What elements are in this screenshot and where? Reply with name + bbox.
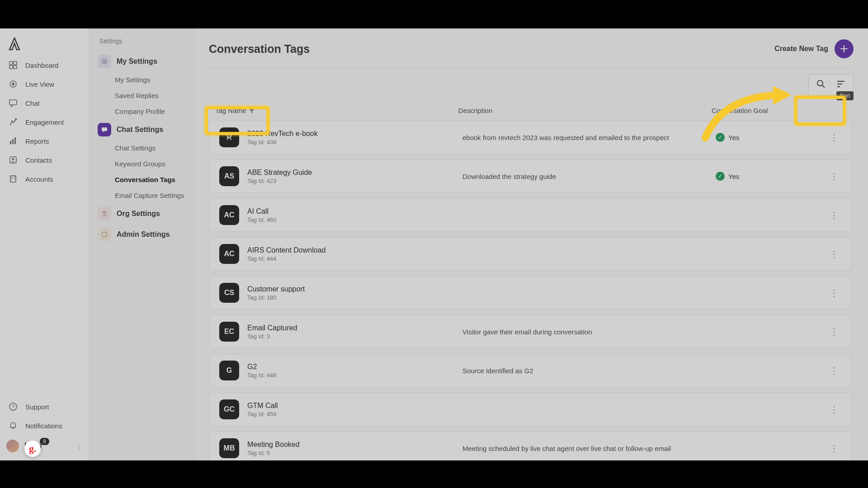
tag-badge: EC [219, 322, 239, 342]
settings-item-conversationtags[interactable]: Conversation Tags [90, 172, 194, 188]
tag-row[interactable]: ACAIRS Content DownloadTag Id: 444⋮ [209, 237, 852, 271]
tag-description: ebook from revtech 2023 was requested an… [462, 134, 716, 141]
row-more-button[interactable]: ⋮ [827, 171, 841, 182]
tag-name: Customer support [247, 285, 462, 293]
tag-row[interactable]: GCGTM CallTag Id: 459⋮ [209, 393, 852, 426]
column-headers: Tag Name Description Conversation Goal [209, 96, 854, 121]
column-goal[interactable]: Conversation Goal [712, 107, 840, 114]
help-icon: ? [8, 402, 18, 412]
tag-id: Tag Id: 3 [247, 333, 462, 340]
nav-label: Accounts [25, 175, 53, 183]
bell-icon [8, 421, 18, 431]
sort-button[interactable] [836, 79, 846, 91]
settings-group-admin[interactable]: Admin Settings [90, 224, 194, 245]
svg-rect-1 [14, 61, 17, 65]
row-more-button[interactable]: ⋮ [827, 132, 841, 143]
tag-id: Tag Id: 438 [247, 139, 462, 145]
settings-item-mysettings[interactable]: My Settings [90, 72, 194, 88]
svg-rect-0 [9, 61, 13, 65]
svg-rect-16 [14, 178, 15, 179]
building-icon [8, 174, 18, 184]
tag-row[interactable]: R2023 RevTech e-bookTag Id: 438ebook fro… [209, 121, 852, 154]
nav-label: Reports [25, 137, 49, 145]
chat-icon [8, 98, 18, 108]
settings-item-keywordgroups[interactable]: Keyword Groups [90, 156, 194, 172]
settings-item-savedreplies[interactable]: Saved Replies [90, 88, 194, 103]
svg-point-19 [12, 427, 14, 429]
row-more-button[interactable]: ⋮ [827, 249, 841, 259]
tag-row[interactable]: GG2Tag Id: 448Source Identified as G2⋮ [209, 354, 852, 387]
nav-dashboard[interactable]: Dashboard [0, 56, 89, 75]
row-more-button[interactable]: ⋮ [827, 365, 841, 376]
row-more-button[interactable]: ⋮ [827, 443, 841, 454]
settings-group-my[interactable]: My Settings [90, 51, 194, 72]
settings-heading: Settings [90, 38, 194, 51]
nav-support[interactable]: ?Support [0, 397, 89, 416]
app-logo[interactable] [7, 37, 22, 51]
row-more-button[interactable]: ⋮ [827, 404, 841, 415]
settings-item-companyprofile[interactable]: Company Profile [90, 103, 194, 119]
tag-goal: ✓Yes [716, 172, 827, 181]
row-more-button[interactable]: ⋮ [827, 210, 841, 221]
settings-group-org[interactable]: Org Settings [90, 203, 194, 224]
main-panel: Conversation Tags Create New Tag Sort Ta… [194, 28, 868, 460]
collapse-sidebar-button[interactable]: 〈 [74, 443, 80, 451]
svg-point-11 [12, 158, 14, 160]
sort-icon [836, 79, 846, 89]
avatar [6, 440, 19, 452]
tag-name: Meeting Booked [247, 441, 462, 449]
column-tagname[interactable]: Tag Name [215, 107, 458, 114]
nav-contacts[interactable]: Contacts [0, 150, 89, 169]
column-label: Tag Name [215, 107, 246, 114]
row-more-button[interactable]: ⋮ [827, 287, 841, 298]
tag-row[interactable]: CSCustomer supportTag Id: 180⋮ [209, 276, 852, 310]
tag-row[interactable]: ECEmail CapturedTag Id: 3Visitor gave th… [209, 315, 852, 348]
dashboard-icon [8, 60, 18, 70]
tag-info: GTM CallTag Id: 459 [247, 402, 462, 418]
tag-id: Tag Id: 459 [247, 411, 462, 418]
nav-chat[interactable]: Chat [0, 94, 89, 113]
nav-reports[interactable]: Reports [0, 131, 89, 150]
tag-name: ABE Strategy Guide [247, 169, 462, 177]
settings-sidebar: Settings My Settings My Settings Saved R… [90, 28, 194, 460]
tag-badge: G [219, 361, 239, 380]
tag-info: Meeting BookedTag Id: 5 [247, 441, 462, 456]
row-more-button[interactable]: ⋮ [827, 326, 841, 337]
notification-count: 8 [40, 438, 49, 445]
tag-id: Tag Id: 444 [247, 255, 462, 262]
nav-label: Contacts [25, 156, 52, 164]
svg-rect-24 [102, 232, 107, 237]
settings-group-chat[interactable]: Chat Settings [90, 119, 194, 140]
column-description[interactable]: Description [458, 107, 712, 114]
tag-id: Tag Id: 448 [247, 372, 462, 379]
nav-liveview[interactable]: Live View [0, 75, 89, 94]
tag-info: AIRS Content DownloadTag Id: 444 [247, 246, 462, 262]
svg-rect-13 [11, 177, 12, 178]
grammarly-badge[interactable]: g. [24, 441, 41, 457]
nav-label: Chat [25, 99, 40, 107]
tag-id: Tag Id: 423 [247, 178, 462, 184]
nav-label: Dashboard [25, 61, 58, 69]
tag-name: AIRS Content Download [247, 246, 462, 254]
tag-row[interactable]: MBMeeting BookedTag Id: 5Meeting schedul… [209, 432, 852, 460]
svg-rect-22 [102, 127, 107, 131]
settings-item-chatsettings[interactable]: Chat Settings [90, 140, 194, 156]
tag-badge: CS [219, 283, 239, 303]
search-button[interactable] [816, 79, 826, 91]
create-tag-button[interactable] [835, 39, 854, 58]
settings-item-emailcapture[interactable]: Email Capture Settings [90, 188, 194, 203]
group-label: Chat Settings [117, 126, 163, 134]
group-label: Org Settings [117, 210, 160, 218]
svg-rect-3 [14, 66, 17, 69]
svg-point-25 [817, 80, 823, 86]
tag-row[interactable]: ACAI CallTag Id: 460⋮ [209, 198, 852, 232]
nav-engagement[interactable]: Engagement [0, 113, 89, 131]
nav-accounts[interactable]: Accounts [0, 169, 89, 188]
nav-notifications[interactable]: Notifications [0, 416, 89, 435]
tag-name: AI Call [247, 207, 462, 216]
tag-row[interactable]: ASABE Strategy GuideTag Id: 423Downloade… [209, 160, 852, 193]
tag-badge: AC [219, 205, 239, 225]
tag-badge: AC [219, 244, 239, 264]
arrow-up-icon [249, 108, 255, 114]
tag-list[interactable]: R2023 RevTech e-bookTag Id: 438ebook fro… [209, 121, 854, 460]
